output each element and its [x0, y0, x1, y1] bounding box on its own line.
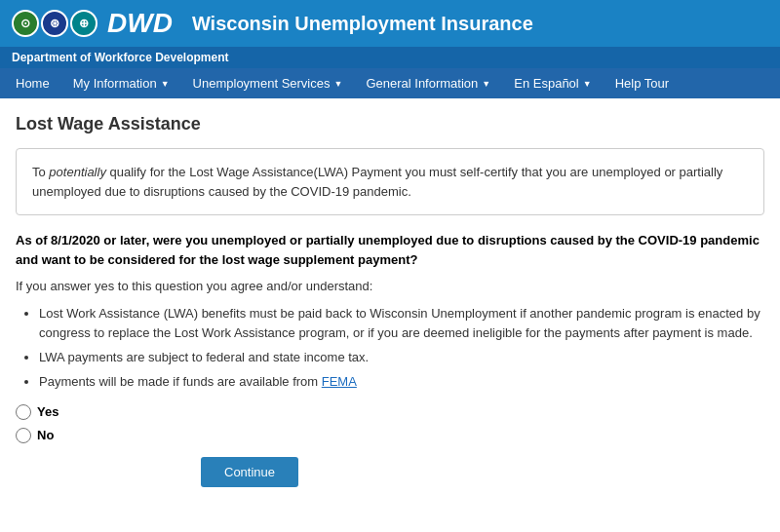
nav-my-info-caret: ▼	[161, 79, 170, 89]
nav-home-label: Home	[16, 76, 50, 91]
logo-circle-green: ⊙	[12, 10, 39, 37]
logo-circle-blue: ⊛	[41, 10, 68, 37]
radio-yes-option[interactable]: Yes	[16, 404, 764, 420]
radio-no-input[interactable]	[16, 428, 31, 443]
info-italic: potentially	[49, 165, 106, 179]
nav-en-espanol[interactable]: En Español ▼	[502, 68, 603, 98]
radio-group: Yes No	[16, 404, 764, 443]
nav-unemp-label: Unemployment Services	[193, 76, 331, 91]
nav-espanol-caret: ▼	[583, 79, 592, 89]
logo-area: ⊙ ⊛ ⊕ DWD	[12, 8, 173, 39]
bullet-item-1: Lost Work Assistance (LWA) benefits must…	[39, 304, 764, 345]
radio-yes-input[interactable]	[16, 404, 31, 420]
nav-general-label: General Information	[366, 76, 478, 91]
info-prefix: To	[32, 165, 49, 179]
nav-espanol-label: En Español	[514, 76, 579, 91]
nav-general-caret: ▼	[482, 79, 490, 89]
nav-my-info-label: My Information	[73, 76, 157, 91]
main-question: As of 8/1/2020 or later, were you unempl…	[16, 231, 764, 269]
info-suffix: qualify for the Lost Wage Assistance(LWA…	[32, 165, 722, 199]
radio-yes-label: Yes	[37, 404, 58, 419]
nav-help-label: Help Tour	[615, 76, 669, 91]
header-title: Wisconsin Unemployment Insurance	[192, 13, 533, 35]
nav-unemp-caret: ▼	[333, 79, 342, 89]
continue-button[interactable]: Continue	[201, 457, 298, 487]
page-title: Lost Wage Assistance	[16, 114, 764, 134]
radio-no-label: No	[37, 428, 54, 442]
nav-help-tour[interactable]: Help Tour	[604, 68, 681, 98]
navbar: Home My Information ▼ Unemployment Servi…	[0, 68, 780, 98]
main-content: Lost Wage Assistance To potentially qual…	[0, 98, 780, 503]
fema-link[interactable]: FEMA	[322, 374, 357, 389]
nav-home[interactable]: Home	[4, 68, 61, 98]
nav-general-information[interactable]: General Information ▼	[354, 68, 502, 98]
nav-my-information[interactable]: My Information ▼	[61, 68, 181, 98]
bullet-item-2: LWA payments are subject to federal and …	[39, 348, 764, 368]
radio-no-option[interactable]: No	[16, 428, 764, 443]
header-top: ⊙ ⊛ ⊕ DWD Wisconsin Unemployment Insuran…	[0, 0, 780, 47]
bullet-list: Lost Work Assistance (LWA) benefits must…	[39, 304, 764, 393]
info-box: To potentially qualify for the Lost Wage…	[16, 148, 764, 215]
nav-unemployment-services[interactable]: Unemployment Services ▼	[181, 68, 355, 98]
logo-dwd-text: DWD	[107, 8, 173, 39]
logo-circle-teal: ⊕	[70, 10, 98, 37]
header-subtitle: Department of Workforce Development	[0, 47, 780, 68]
bullet-item-3: Payments will be made if funds are avail…	[39, 372, 764, 393]
sub-text: If you answer yes to this question you a…	[16, 277, 764, 296]
logo-icon: ⊙ ⊛ ⊕	[12, 10, 98, 37]
bullet-3-text: Payments will be made if funds are avail…	[39, 374, 322, 389]
subtitle-text: Department of Workforce Development	[12, 51, 229, 64]
